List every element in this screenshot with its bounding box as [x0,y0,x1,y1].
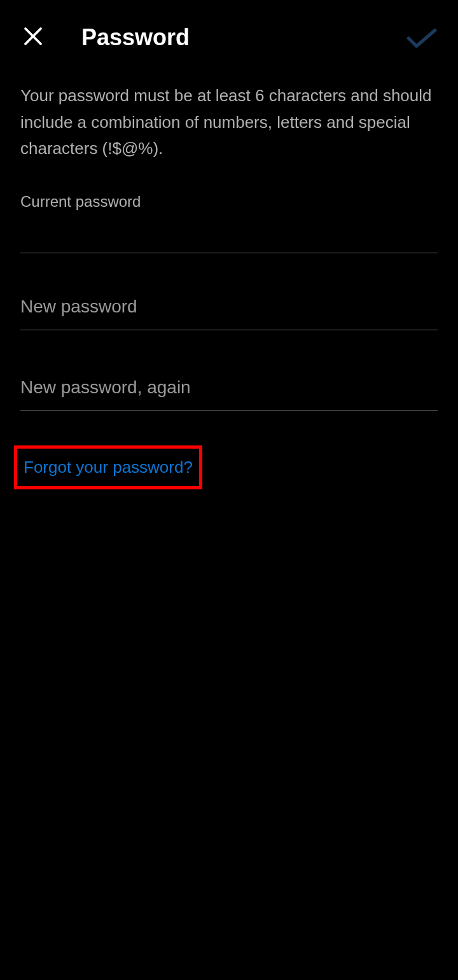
new-password-group [20,284,438,330]
forgot-password-link[interactable]: Forgot your password? [24,458,193,477]
forgot-password-highlight: Forgot your password? [14,445,202,489]
confirm-button[interactable] [406,27,438,52]
current-password-label: Current password [20,193,438,211]
close-button[interactable] [20,25,46,50]
new-password-again-input[interactable] [20,365,438,411]
close-icon [22,25,45,50]
check-icon [406,27,438,52]
current-password-input[interactable] [20,217,438,253]
new-password-again-group [20,365,438,411]
password-requirements-text: Your password must be at least 6 charact… [20,83,438,162]
page-title: Password [81,24,190,51]
new-password-input[interactable] [20,284,438,330]
current-password-group: Current password [20,193,438,253]
